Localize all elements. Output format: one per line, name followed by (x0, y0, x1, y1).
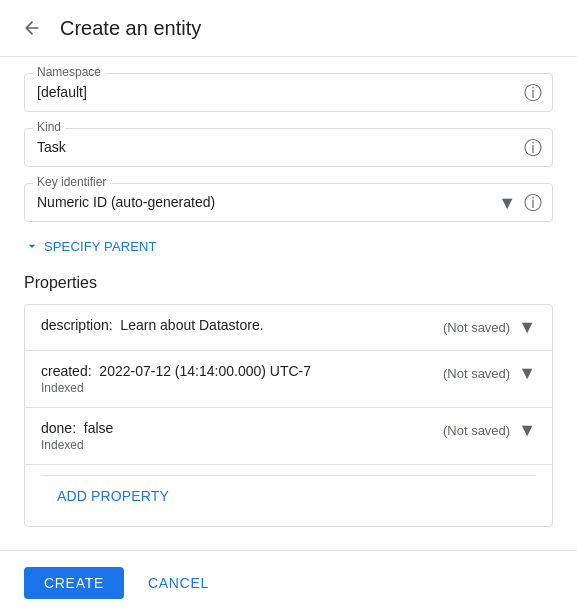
back-button[interactable] (16, 12, 48, 44)
kind-field[interactable]: Kind Task ⓘ (24, 128, 553, 167)
add-property-row: ADD PROPERTY (25, 464, 552, 526)
property-left: created: 2022-07-12 (14:14:00.000) UTC-7… (41, 363, 443, 395)
not-saved-label: (Not saved) (443, 320, 510, 335)
property-right: (Not saved) ▼ (443, 363, 536, 384)
specify-parent-toggle[interactable]: SPECIFY PARENT (24, 238, 553, 254)
property-indexed-label: Indexed (41, 381, 443, 395)
cancel-button[interactable]: CANCEL (136, 567, 221, 599)
property-row: done: false Indexed (Not saved) ▼ (25, 408, 552, 464)
key-identifier-field[interactable]: Key identifier Numeric ID (auto-generate… (24, 183, 553, 222)
properties-section-title: Properties (24, 274, 553, 292)
namespace-value: [default] (37, 82, 512, 103)
key-identifier-dropdown-icon[interactable]: ▼ (498, 192, 516, 213)
kind-label: Kind (33, 120, 65, 134)
properties-container: description: Learn about Datastore. (Not… (24, 304, 553, 527)
add-property-button[interactable]: ADD PROPERTY (41, 475, 536, 516)
property-row: description: Learn about Datastore. (Not… (25, 305, 552, 351)
property-right: (Not saved) ▼ (443, 317, 536, 338)
not-saved-label: (Not saved) (443, 366, 510, 381)
footer: CREATE CANCEL (0, 550, 577, 615)
kind-field-group: Kind Task ⓘ (24, 128, 553, 167)
namespace-help-icon[interactable]: ⓘ (524, 81, 542, 105)
namespace-label: Namespace (33, 65, 105, 79)
specify-parent-label: SPECIFY PARENT (44, 239, 157, 254)
property-left: done: false Indexed (41, 420, 443, 452)
chevron-down-icon (24, 238, 40, 254)
content-area: Namespace [default] ⓘ Kind Task ⓘ Key id… (0, 57, 577, 615)
property-left: description: Learn about Datastore. (41, 317, 443, 333)
create-button[interactable]: CREATE (24, 567, 124, 599)
property-name: created: 2022-07-12 (14:14:00.000) UTC-7 (41, 363, 443, 379)
namespace-field[interactable]: Namespace [default] ⓘ (24, 73, 553, 112)
key-identifier-value: Numeric ID (auto-generated) (37, 192, 512, 213)
property-right: (Not saved) ▼ (443, 420, 536, 441)
properties-list: description: Learn about Datastore. (Not… (25, 305, 552, 464)
property-row: created: 2022-07-12 (14:14:00.000) UTC-7… (25, 351, 552, 408)
property-name: done: false (41, 420, 443, 436)
page-title: Create an entity (60, 17, 201, 40)
key-identifier-help-icon[interactable]: ⓘ (524, 191, 542, 215)
property-name: description: Learn about Datastore. (41, 317, 443, 333)
key-identifier-field-group: Key identifier Numeric ID (auto-generate… (24, 183, 553, 222)
property-indexed-label: Indexed (41, 438, 443, 452)
property-expand-icon[interactable]: ▼ (518, 363, 536, 384)
kind-value: Task (37, 137, 512, 158)
not-saved-label: (Not saved) (443, 423, 510, 438)
header: Create an entity (0, 0, 577, 57)
property-expand-icon[interactable]: ▼ (518, 420, 536, 441)
namespace-field-group: Namespace [default] ⓘ (24, 73, 553, 112)
kind-help-icon[interactable]: ⓘ (524, 136, 542, 160)
key-identifier-label: Key identifier (33, 175, 110, 189)
property-expand-icon[interactable]: ▼ (518, 317, 536, 338)
